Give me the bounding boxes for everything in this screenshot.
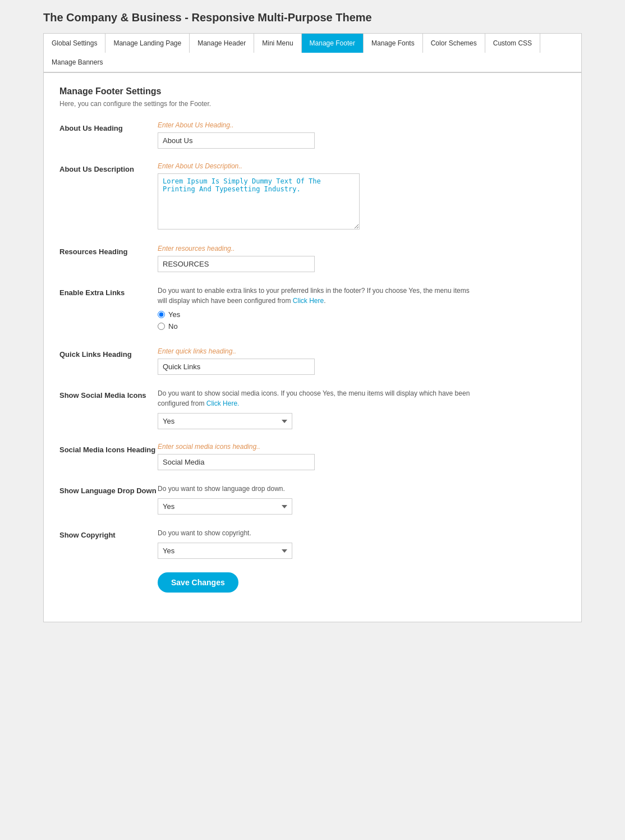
enable-extra-links-link[interactable]: Click Here (293, 297, 324, 305)
social-media-icons-heading-input[interactable] (158, 454, 315, 470)
resources-heading-control: Enter resources heading.. (158, 245, 566, 272)
show-language-drop-down-label: Show Language Drop Down (59, 484, 158, 496)
save-row: Save Changes (59, 572, 566, 593)
social-media-icons-heading-hint: Enter social media icons heading.. (158, 443, 566, 451)
tab-global-settings[interactable]: Global Settings (44, 34, 105, 53)
show-social-media-icons-description: Do you want to show social media icons. … (158, 388, 472, 408)
about-us-heading-row: About Us Heading Enter About Us Heading.… (59, 121, 566, 149)
show-copyright-row: Show Copyright Do you want to show copyr… (59, 528, 566, 559)
resources-heading-hint: Enter resources heading.. (158, 245, 566, 253)
enable-extra-links-radio-group: Yes No (158, 310, 566, 331)
about-us-description-label: About Us Description (59, 162, 158, 175)
quick-links-heading-hint: Enter quick links heading.. (158, 347, 566, 355)
show-copyright-select[interactable]: Yes No (158, 543, 292, 559)
resources-heading-label: Resources Heading (59, 245, 158, 257)
social-media-icons-heading-row: Social Media Icons Heading Enter social … (59, 443, 566, 470)
about-us-description-hint: Enter About Us Description.. (158, 162, 566, 170)
show-copyright-label: Show Copyright (59, 528, 158, 540)
tab-mini-menu[interactable]: Mini Menu (254, 34, 301, 53)
about-us-heading-hint: Enter About Us Heading.. (158, 121, 566, 129)
show-language-drop-down-control: Do you want to show language drop down. … (158, 484, 566, 515)
resources-heading-input[interactable] (158, 256, 315, 272)
enable-extra-links-description: Do you want to enable extra links to you… (158, 286, 472, 306)
resources-heading-row: Resources Heading Enter resources headin… (59, 245, 566, 272)
tab-manage-banners[interactable]: Manage Banners (44, 53, 111, 72)
about-us-description-control: Enter About Us Description.. Lorem Ipsum… (158, 162, 566, 231)
tab-manage-landing-page[interactable]: Manage Landing Page (105, 34, 190, 53)
enable-extra-links-row: Enable Extra Links Do you want to enable… (59, 286, 566, 334)
about-us-heading-label: About Us Heading (59, 121, 158, 134)
quick-links-heading-control: Enter quick links heading.. (158, 347, 566, 375)
quick-links-heading-input[interactable] (158, 359, 315, 375)
panel-title: Manage Footer Settings (59, 86, 566, 97)
about-us-description-row: About Us Description Enter About Us Desc… (59, 162, 566, 231)
show-social-media-icons-select[interactable]: Yes No (158, 413, 292, 429)
show-social-media-icons-link[interactable]: Click Here. (206, 400, 240, 407)
enable-extra-links-yes[interactable]: Yes (158, 310, 566, 319)
social-media-icons-heading-control: Enter social media icons heading.. (158, 443, 566, 470)
show-social-media-icons-control: Do you want to show social media icons. … (158, 388, 566, 429)
about-us-heading-input[interactable] (158, 132, 315, 149)
panel-subtitle: Here, you can configure the settings for… (59, 100, 566, 108)
content-panel: Manage Footer Settings Here, you can con… (43, 72, 582, 622)
tab-manage-footer[interactable]: Manage Footer (302, 34, 364, 53)
tabs-bar: Global Settings Manage Landing Page Mana… (43, 33, 582, 72)
show-social-media-icons-label: Show Social Media Icons (59, 388, 158, 401)
show-copyright-control: Do you want to show copyright. Yes No (158, 528, 566, 559)
enable-extra-links-label: Enable Extra Links (59, 286, 158, 298)
save-changes-button[interactable]: Save Changes (158, 572, 238, 593)
enable-extra-links-no[interactable]: No (158, 322, 566, 331)
save-label-spacer (59, 572, 158, 575)
show-language-drop-down-select[interactable]: Yes No (158, 498, 292, 515)
show-language-drop-down-description: Do you want to show language drop down. (158, 484, 472, 494)
quick-links-heading-row: Quick Links Heading Enter quick links he… (59, 347, 566, 375)
save-control-wrap: Save Changes (158, 572, 566, 593)
tab-manage-header[interactable]: Manage Header (190, 34, 254, 53)
about-us-description-textarea[interactable]: Lorem Ipsum Is Simply Dummy Text Of The … (158, 173, 360, 229)
enable-extra-links-control: Do you want to enable extra links to you… (158, 286, 566, 334)
show-copyright-description: Do you want to show copyright. (158, 528, 472, 538)
page-title: The Company & Business - Responsive Mult… (43, 11, 582, 24)
show-language-drop-down-row: Show Language Drop Down Do you want to s… (59, 484, 566, 515)
show-social-media-icons-row: Show Social Media Icons Do you want to s… (59, 388, 566, 429)
page-wrapper: The Company & Business - Responsive Mult… (43, 11, 582, 622)
quick-links-heading-label: Quick Links Heading (59, 347, 158, 360)
about-us-heading-control: Enter About Us Heading.. (158, 121, 566, 149)
tab-manage-fonts[interactable]: Manage Fonts (364, 34, 423, 53)
social-media-icons-heading-label: Social Media Icons Heading (59, 443, 158, 455)
tab-custom-css[interactable]: Custom CSS (485, 34, 540, 53)
tab-color-schemes[interactable]: Color Schemes (423, 34, 485, 53)
